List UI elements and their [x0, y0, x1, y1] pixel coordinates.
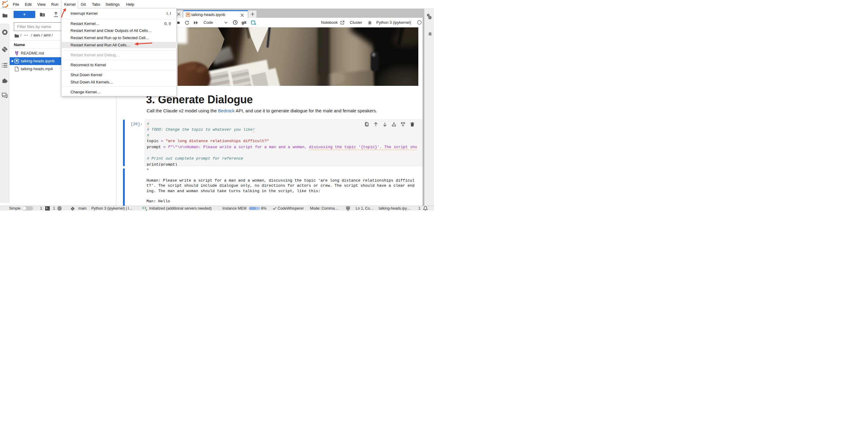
svg-text:M: M: [15, 51, 18, 55]
